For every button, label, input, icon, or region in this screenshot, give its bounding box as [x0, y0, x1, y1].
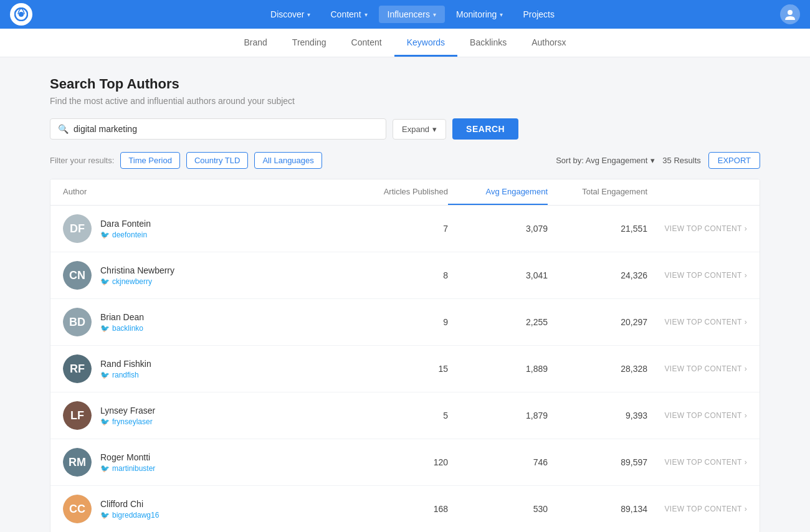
view-top-content-link[interactable]: VIEW TOP CONTENT › — [647, 224, 747, 233]
tab-brand[interactable]: Brand — [231, 30, 279, 57]
articles-published: 168 — [348, 504, 448, 514]
avg-engagement: 746 — [448, 457, 548, 467]
nav-monitoring-label: Monitoring — [456, 9, 497, 19]
nav-discover-label: Discover — [270, 9, 304, 19]
chevron-down-icon: ▾ — [364, 11, 368, 18]
search-icon: 🔍 — [58, 124, 69, 134]
chevron-right-icon: › — [745, 271, 747, 280]
view-top-content-link[interactable]: VIEW TOP CONTENT › — [647, 364, 747, 373]
nav-items: Discover ▾ Content ▾ Influencers ▾ Monit… — [45, 6, 780, 23]
filters-left: Filter your results: Time Period Country… — [50, 152, 322, 169]
all-languages-filter[interactable]: All Languages — [254, 152, 322, 169]
author-cell: BD Brian Dean 🐦 backlinko — [63, 308, 348, 336]
author-name: Roger Montti — [100, 452, 155, 462]
chevron-down-icon: ▾ — [432, 125, 437, 134]
view-top-content-link[interactable]: VIEW TOP CONTENT › — [647, 318, 747, 326]
nav-monitoring[interactable]: Monitoring ▾ — [447, 6, 512, 23]
time-period-filter[interactable]: Time Period — [120, 152, 180, 169]
author-cell: DF Dara Fontein 🐦 deefontein — [63, 214, 348, 243]
total-engagement: 89,597 — [548, 457, 647, 467]
col-avg-engagement[interactable]: Avg Engagement — [448, 187, 548, 205]
chevron-right-icon: › — [745, 364, 747, 373]
nav-discover[interactable]: Discover ▾ — [262, 6, 319, 23]
author-twitter[interactable]: 🐦 ckjnewberry — [100, 277, 174, 286]
nav-projects[interactable]: Projects — [514, 6, 563, 23]
tab-trending[interactable]: Trending — [280, 30, 339, 57]
top-navigation: Discover ▾ Content ▾ Influencers ▾ Monit… — [0, 0, 810, 29]
author-name: Brian Dean — [100, 312, 144, 322]
chevron-down-icon: ▾ — [307, 11, 310, 18]
search-button[interactable]: SEARCH — [452, 118, 518, 140]
filters-row: Filter your results: Time Period Country… — [50, 152, 760, 169]
chevron-right-icon: › — [745, 505, 747, 513]
table-row: DF Dara Fontein 🐦 deefontein 7 3,079 21,… — [50, 206, 760, 252]
col-total-engagement: Total Engagement — [548, 187, 647, 197]
author-twitter[interactable]: 🐦 randfish — [100, 371, 151, 379]
total-engagement: 24,326 — [548, 270, 647, 280]
app-logo[interactable] — [10, 3, 32, 26]
nav-content[interactable]: Content ▾ — [322, 6, 376, 23]
twitter-icon: 🐦 — [100, 277, 110, 286]
author-twitter[interactable]: 🐦 martinibuster — [100, 464, 155, 473]
svg-point-1 — [19, 12, 24, 17]
chevron-down-icon: ▾ — [500, 11, 503, 18]
author-cell: RM Roger Montti 🐦 martinibuster — [63, 448, 348, 477]
search-bar: 🔍 Expand ▾ SEARCH — [50, 118, 760, 140]
author-twitter[interactable]: 🐦 deefontein — [100, 230, 151, 239]
view-top-content-link[interactable]: VIEW TOP CONTENT › — [647, 271, 747, 280]
col-author: Author — [63, 187, 348, 197]
table-row: CN Christina Newberry 🐦 ckjnewberry 8 3,… — [50, 252, 760, 299]
table-row: RM Roger Montti 🐦 martinibuster 120 746 … — [50, 439, 760, 486]
author-name: Clifford Chi — [100, 499, 159, 509]
author-cell: CN Christina Newberry 🐦 ckjnewberry — [63, 261, 348, 290]
tab-backlinks[interactable]: Backlinks — [457, 30, 519, 57]
articles-published: 7 — [348, 224, 448, 234]
tab-authorsx[interactable]: Authorsx — [519, 30, 578, 57]
author-twitter[interactable]: 🐦 frynseylaser — [100, 417, 155, 426]
avg-engagement: 3,079 — [448, 224, 548, 234]
country-tld-filter[interactable]: Country TLD — [186, 152, 248, 169]
avatar: LF — [63, 401, 92, 430]
avg-engagement: 2,255 — [448, 317, 548, 327]
svg-point-2 — [788, 10, 793, 15]
avatar: RF — [63, 354, 92, 383]
view-top-content-link[interactable]: VIEW TOP CONTENT › — [647, 411, 747, 420]
avatar: CC — [63, 495, 92, 523]
author-name: Rand Fishkin — [100, 359, 151, 369]
avatar: DF — [63, 214, 92, 243]
user-avatar[interactable] — [780, 4, 800, 24]
author-twitter[interactable]: 🐦 backlinko — [100, 324, 144, 333]
expand-button[interactable]: Expand ▾ — [393, 119, 446, 140]
total-engagement: 21,551 — [548, 224, 647, 234]
search-input[interactable] — [74, 124, 378, 134]
export-button[interactable]: EXPORT — [708, 152, 760, 169]
twitter-icon: 🐦 — [100, 230, 110, 239]
sort-dropdown[interactable]: Sort by: Avg Engagement ▾ — [556, 156, 655, 165]
chevron-down-icon: ▾ — [650, 156, 655, 165]
author-name: Christina Newberry — [100, 265, 174, 275]
view-top-content-link[interactable]: VIEW TOP CONTENT › — [647, 505, 747, 513]
chevron-down-icon: ▾ — [433, 11, 436, 18]
avg-engagement: 3,041 — [448, 270, 548, 280]
view-top-content-link[interactable]: VIEW TOP CONTENT › — [647, 458, 747, 467]
table-row: RF Rand Fishkin 🐦 randfish 15 1,889 28,3… — [50, 346, 760, 392]
author-cell: LF Lynsey Fraser 🐦 frynseylaser — [63, 401, 348, 430]
twitter-icon: 🐦 — [100, 464, 110, 473]
search-input-wrapper[interactable]: 🔍 — [50, 118, 386, 140]
chevron-right-icon: › — [745, 458, 747, 467]
author-twitter[interactable]: 🐦 bigreddawg16 — [100, 511, 159, 520]
articles-published: 120 — [348, 457, 448, 467]
table-row: BD Brian Dean 🐦 backlinko 9 2,255 20,297… — [50, 299, 760, 346]
nav-influencers[interactable]: Influencers ▾ — [379, 6, 445, 23]
author-cell: CC Clifford Chi 🐦 bigreddawg16 — [63, 495, 348, 523]
chevron-right-icon: › — [745, 318, 747, 326]
page-subtitle: Find the most active and influential aut… — [50, 96, 760, 106]
avg-engagement: 1,879 — [448, 411, 548, 420]
tab-content[interactable]: Content — [339, 30, 394, 57]
table-row: LF Lynsey Fraser 🐦 frynseylaser 5 1,879 … — [50, 392, 760, 439]
articles-published: 5 — [348, 411, 448, 420]
page-title: Search Top Authors — [50, 76, 760, 92]
results-table: Author Articles Published Avg Engagement… — [50, 179, 760, 532]
avg-engagement: 1,889 — [448, 364, 548, 374]
tab-keywords[interactable]: Keywords — [394, 30, 457, 57]
